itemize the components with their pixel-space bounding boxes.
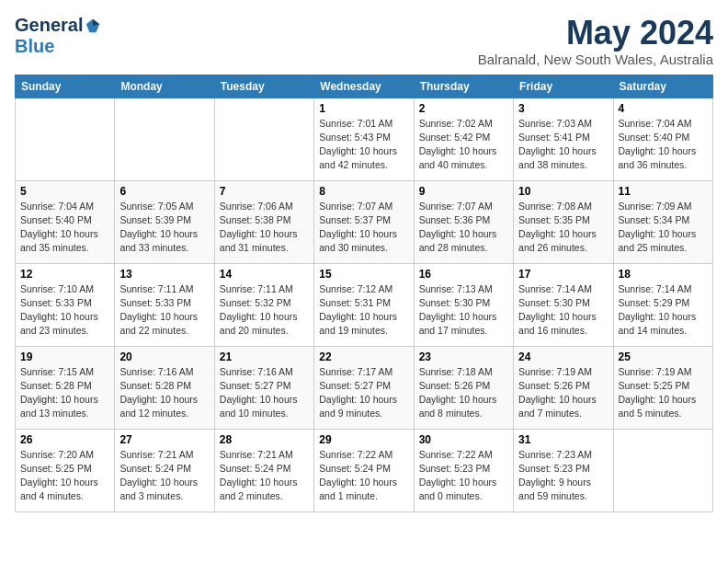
day-info: Sunrise: 7:23 AM Sunset: 5:23 PM Dayligh… xyxy=(518,448,608,504)
calendar-cell: 27Sunrise: 7:21 AM Sunset: 5:24 PM Dayli… xyxy=(115,429,214,511)
calendar-cell: 31Sunrise: 7:23 AM Sunset: 5:23 PM Dayli… xyxy=(514,429,613,511)
day-info: Sunrise: 7:07 AM Sunset: 5:36 PM Dayligh… xyxy=(419,200,508,256)
day-info: Sunrise: 7:12 AM Sunset: 5:31 PM Dayligh… xyxy=(319,282,408,339)
weekday-header-thursday: Thursday xyxy=(414,75,513,98)
day-number: 5 xyxy=(20,185,109,198)
day-info: Sunrise: 7:21 AM Sunset: 5:24 PM Dayligh… xyxy=(220,448,309,504)
calendar-cell: 10Sunrise: 7:08 AM Sunset: 5:35 PM Dayli… xyxy=(514,180,613,263)
day-number: 19 xyxy=(20,350,109,363)
logo: General Blue xyxy=(15,15,101,57)
day-number: 10 xyxy=(518,185,608,198)
calendar-header: SundayMondayTuesdayWednesdayThursdayFrid… xyxy=(16,75,713,98)
day-info: Sunrise: 7:11 AM Sunset: 5:32 PM Dayligh… xyxy=(220,282,309,339)
day-info: Sunrise: 7:14 AM Sunset: 5:29 PM Dayligh… xyxy=(619,282,708,339)
page-header: General Blue May 2024 Balranald, New Sou… xyxy=(15,15,713,67)
calendar-cell: 9Sunrise: 7:07 AM Sunset: 5:36 PM Daylig… xyxy=(414,180,513,263)
calendar-cell xyxy=(16,98,115,180)
day-info: Sunrise: 7:22 AM Sunset: 5:24 PM Dayligh… xyxy=(319,448,408,504)
day-number: 20 xyxy=(119,350,209,363)
day-info: Sunrise: 7:08 AM Sunset: 5:35 PM Dayligh… xyxy=(518,200,608,256)
calendar-week-row: 12Sunrise: 7:10 AM Sunset: 5:33 PM Dayli… xyxy=(16,263,713,346)
day-info: Sunrise: 7:21 AM Sunset: 5:24 PM Dayligh… xyxy=(119,448,209,504)
day-info: Sunrise: 7:03 AM Sunset: 5:41 PM Dayligh… xyxy=(518,117,608,173)
calendar-body: 1Sunrise: 7:01 AM Sunset: 5:43 PM Daylig… xyxy=(16,98,713,511)
day-info: Sunrise: 7:16 AM Sunset: 5:27 PM Dayligh… xyxy=(220,365,309,421)
day-info: Sunrise: 7:11 AM Sunset: 5:33 PM Dayligh… xyxy=(119,282,209,339)
day-info: Sunrise: 7:19 AM Sunset: 5:25 PM Dayligh… xyxy=(619,365,708,421)
calendar-cell: 4Sunrise: 7:04 AM Sunset: 5:40 PM Daylig… xyxy=(613,98,712,180)
day-info: Sunrise: 7:18 AM Sunset: 5:26 PM Dayligh… xyxy=(419,365,508,421)
logo-blue: Blue xyxy=(15,36,54,56)
day-info: Sunrise: 7:14 AM Sunset: 5:30 PM Dayligh… xyxy=(518,282,608,339)
day-number: 26 xyxy=(20,433,109,446)
day-number: 12 xyxy=(20,268,109,281)
weekday-header-sunday: Sunday xyxy=(16,75,115,98)
logo-general: General xyxy=(15,15,83,36)
day-number: 15 xyxy=(319,268,408,281)
calendar-cell: 13Sunrise: 7:11 AM Sunset: 5:33 PM Dayli… xyxy=(115,263,214,346)
calendar-cell: 28Sunrise: 7:21 AM Sunset: 5:24 PM Dayli… xyxy=(214,429,313,511)
day-info: Sunrise: 7:16 AM Sunset: 5:28 PM Dayligh… xyxy=(119,365,209,421)
day-info: Sunrise: 7:09 AM Sunset: 5:34 PM Dayligh… xyxy=(619,200,708,256)
calendar-cell: 14Sunrise: 7:11 AM Sunset: 5:32 PM Dayli… xyxy=(214,263,313,346)
day-number: 4 xyxy=(619,102,708,115)
day-number: 1 xyxy=(319,102,408,115)
calendar-table: SundayMondayTuesdayWednesdayThursdayFrid… xyxy=(15,75,713,512)
calendar-week-row: 26Sunrise: 7:20 AM Sunset: 5:25 PM Dayli… xyxy=(16,429,713,511)
calendar-cell: 25Sunrise: 7:19 AM Sunset: 5:25 PM Dayli… xyxy=(613,346,712,429)
day-number: 3 xyxy=(518,102,608,115)
day-number: 30 xyxy=(419,433,508,446)
calendar-week-row: 19Sunrise: 7:15 AM Sunset: 5:28 PM Dayli… xyxy=(16,346,713,429)
day-info: Sunrise: 7:15 AM Sunset: 5:28 PM Dayligh… xyxy=(20,365,109,421)
day-number: 13 xyxy=(119,268,209,281)
calendar-cell: 7Sunrise: 7:06 AM Sunset: 5:38 PM Daylig… xyxy=(214,180,313,263)
calendar-cell: 29Sunrise: 7:22 AM Sunset: 5:24 PM Dayli… xyxy=(314,429,414,511)
day-info: Sunrise: 7:07 AM Sunset: 5:37 PM Dayligh… xyxy=(319,200,408,256)
calendar-cell: 1Sunrise: 7:01 AM Sunset: 5:43 PM Daylig… xyxy=(314,98,414,180)
day-number: 18 xyxy=(619,268,708,281)
day-info: Sunrise: 7:19 AM Sunset: 5:26 PM Dayligh… xyxy=(518,365,608,421)
calendar-cell: 12Sunrise: 7:10 AM Sunset: 5:33 PM Dayli… xyxy=(16,263,115,346)
day-info: Sunrise: 7:02 AM Sunset: 5:42 PM Dayligh… xyxy=(419,117,508,173)
calendar-week-row: 1Sunrise: 7:01 AM Sunset: 5:43 PM Daylig… xyxy=(16,98,713,180)
day-number: 11 xyxy=(619,185,708,198)
day-number: 27 xyxy=(119,433,209,446)
day-number: 24 xyxy=(518,350,608,363)
day-info: Sunrise: 7:20 AM Sunset: 5:25 PM Dayligh… xyxy=(20,448,109,504)
day-number: 28 xyxy=(220,433,309,446)
calendar-cell: 24Sunrise: 7:19 AM Sunset: 5:26 PM Dayli… xyxy=(514,346,613,429)
calendar-cell xyxy=(115,98,214,180)
day-info: Sunrise: 7:01 AM Sunset: 5:43 PM Dayligh… xyxy=(319,117,408,173)
location-label: Balranald, New South Wales, Australia xyxy=(478,52,713,67)
day-number: 23 xyxy=(419,350,508,363)
calendar-cell: 26Sunrise: 7:20 AM Sunset: 5:25 PM Dayli… xyxy=(16,429,115,511)
day-number: 16 xyxy=(419,268,508,281)
weekday-header-friday: Friday xyxy=(514,75,613,98)
day-number: 31 xyxy=(518,433,608,446)
day-number: 14 xyxy=(220,268,309,281)
day-number: 21 xyxy=(220,350,309,363)
day-number: 6 xyxy=(119,185,209,198)
day-info: Sunrise: 7:04 AM Sunset: 5:40 PM Dayligh… xyxy=(20,200,109,256)
calendar-cell: 11Sunrise: 7:09 AM Sunset: 5:34 PM Dayli… xyxy=(613,180,712,263)
day-number: 7 xyxy=(220,185,309,198)
calendar-cell: 8Sunrise: 7:07 AM Sunset: 5:37 PM Daylig… xyxy=(314,180,414,263)
day-number: 2 xyxy=(419,102,508,115)
day-number: 8 xyxy=(319,185,408,198)
day-number: 29 xyxy=(319,433,408,446)
title-block: May 2024 Balranald, New South Wales, Aus… xyxy=(478,15,713,67)
day-info: Sunrise: 7:17 AM Sunset: 5:27 PM Dayligh… xyxy=(319,365,408,421)
day-info: Sunrise: 7:04 AM Sunset: 5:40 PM Dayligh… xyxy=(619,117,708,173)
day-info: Sunrise: 7:05 AM Sunset: 5:39 PM Dayligh… xyxy=(119,200,209,256)
calendar-week-row: 5Sunrise: 7:04 AM Sunset: 5:40 PM Daylig… xyxy=(16,180,713,263)
calendar-cell: 30Sunrise: 7:22 AM Sunset: 5:23 PM Dayli… xyxy=(414,429,513,511)
calendar-cell: 21Sunrise: 7:16 AM Sunset: 5:27 PM Dayli… xyxy=(214,346,313,429)
calendar-cell: 23Sunrise: 7:18 AM Sunset: 5:26 PM Dayli… xyxy=(414,346,513,429)
calendar-cell: 6Sunrise: 7:05 AM Sunset: 5:39 PM Daylig… xyxy=(115,180,214,263)
calendar-cell: 19Sunrise: 7:15 AM Sunset: 5:28 PM Dayli… xyxy=(16,346,115,429)
weekday-header-tuesday: Tuesday xyxy=(214,75,313,98)
month-title: May 2024 xyxy=(478,15,713,52)
day-number: 25 xyxy=(619,350,708,363)
calendar-cell xyxy=(214,98,313,180)
day-info: Sunrise: 7:22 AM Sunset: 5:23 PM Dayligh… xyxy=(419,448,508,504)
